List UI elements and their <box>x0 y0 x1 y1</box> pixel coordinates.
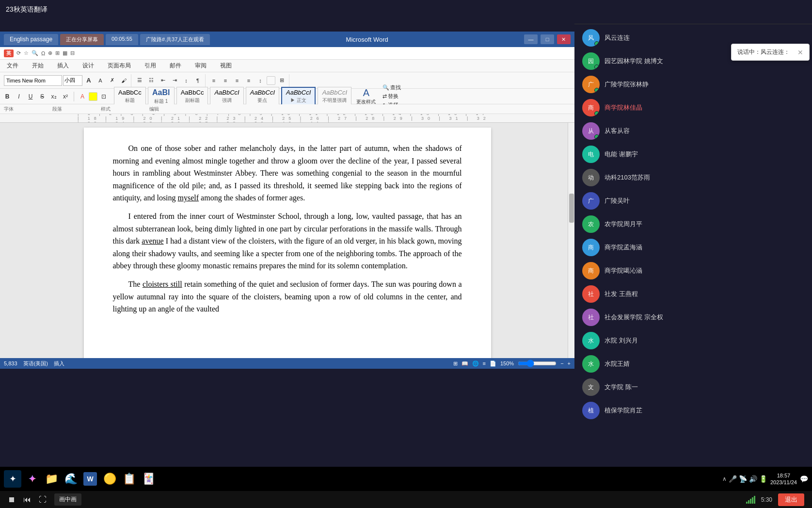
minimize-button[interactable]: — <box>524 34 538 44</box>
menu-review[interactable]: 审阅 <box>192 61 209 71</box>
highlight-button[interactable] <box>89 92 97 101</box>
tray-expand[interactable]: ∧ <box>722 475 727 482</box>
member-avatar: 商 <box>582 262 600 279</box>
shrink-font-button[interactable]: A <box>95 75 106 86</box>
picture-in-picture-button[interactable]: 画中画 <box>54 493 81 506</box>
menu-view[interactable]: 视图 <box>217 61 235 71</box>
signal-bar-2 <box>748 500 749 504</box>
member-item[interactable]: 动动科2103范苏雨 <box>574 166 812 189</box>
style-subtitle[interactable]: AaBbCc 副标题 <box>176 87 208 106</box>
page-view-icon[interactable]: ⊞ <box>453 361 458 367</box>
replace-button[interactable]: ⇄替换 <box>382 93 401 100</box>
find-button[interactable]: 🔍查找 <box>382 84 401 91</box>
tray-battery[interactable]: 🔋 <box>759 475 767 483</box>
taskbar-app7[interactable]: 🃏 <box>140 470 157 488</box>
font-size-input[interactable] <box>63 75 82 86</box>
status-bar: 5,833 英语(美国) 插入 ⊞ 📖 🌐 ≡ 📄 150% − + <box>0 358 574 369</box>
italic-button[interactable]: I <box>14 91 24 102</box>
grow-font-button[interactable]: A <box>83 75 94 86</box>
tab-timer[interactable]: 00:05:55 <box>106 34 138 45</box>
underline-button[interactable]: U <box>25 91 36 102</box>
language-indicator: 英语(美国) <box>23 360 48 367</box>
taskbar-copilot[interactable]: ✦ <box>23 470 41 488</box>
style-heading1[interactable]: AaBl 标题 1 <box>148 87 175 106</box>
change-style-button[interactable]: A 更改样式 <box>356 87 376 105</box>
member-item[interactable]: 水水院王婧 <box>574 352 812 376</box>
member-item[interactable]: 社社发 王燕程 <box>574 282 812 306</box>
taskbar-edge[interactable]: 🌊 <box>62 470 80 488</box>
outline-view-icon[interactable]: ≡ <box>483 361 486 366</box>
notification-close[interactable]: ✕ <box>797 49 803 56</box>
status-left: 5,833 英语(美国) 插入 <box>4 360 64 367</box>
taskbar-word[interactable]: W <box>81 470 99 488</box>
member-item[interactable]: 广广陵学院张林静 <box>574 73 812 96</box>
taskbar-datetime[interactable]: 18:57 2023/11/24 <box>770 472 797 486</box>
member-item[interactable]: 商商学院噶沁涵 <box>574 259 812 282</box>
zoom-in-icon[interactable]: + <box>568 361 571 366</box>
document-scroll-area[interactable]: On one of those sober and rather melanch… <box>0 123 574 358</box>
menu-start[interactable]: 开始 <box>29 61 47 71</box>
taskbar-chrome[interactable]: 🟡 <box>101 470 118 488</box>
paragraph-2: I entered from the inner court of Westmi… <box>113 210 462 272</box>
vertical-scrollbar[interactable] <box>568 123 574 358</box>
menu-file[interactable]: 文件 <box>4 61 21 71</box>
scrollbar-thumb[interactable] <box>569 194 574 223</box>
start-menu[interactable]: ✦ <box>4 470 21 488</box>
read-view-icon[interactable]: 📖 <box>462 361 468 367</box>
member-item[interactable]: 广广陵吴叶 <box>574 189 812 213</box>
superscript-button[interactable]: x² <box>60 91 71 102</box>
tab-viewers[interactable]: 广陵路#.共37人正在观看 <box>140 34 210 45</box>
member-item[interactable]: 从从客从容 <box>574 119 812 143</box>
draft-view-icon[interactable]: 📄 <box>490 361 496 367</box>
member-item[interactable]: 商商学院孟海涵 <box>574 236 812 259</box>
menu-references[interactable]: 引用 <box>142 61 159 71</box>
taskbar-notes[interactable]: 📋 <box>120 470 138 488</box>
menu-design[interactable]: 设计 <box>80 61 97 71</box>
tray-mic[interactable]: 🎤 <box>729 475 737 483</box>
member-item[interactable]: 农农学院周月平 <box>574 213 812 236</box>
menu-mailings[interactable]: 邮件 <box>167 61 184 71</box>
signal-bar-5 <box>754 496 755 504</box>
font-name-input[interactable] <box>4 75 62 86</box>
font-color-button[interactable]: A <box>77 91 88 102</box>
bottom-time: 5:30 <box>761 496 772 503</box>
member-item[interactable]: 社社会发展学院 宗全权 <box>574 306 812 329</box>
style-heading[interactable]: AaBbCc 标题 <box>114 87 146 106</box>
web-view-icon[interactable]: 🌐 <box>472 361 479 367</box>
style-normal[interactable]: AaBbCcI ▶ 正文 <box>281 87 316 106</box>
tray-notification[interactable]: 💬 <box>800 475 808 483</box>
tab-english-passage[interactable]: English passage <box>4 34 58 45</box>
bold-button[interactable]: B <box>2 91 13 102</box>
style-subtle-emphasis[interactable]: AaBbCcI 不明显强调 <box>318 87 351 106</box>
menu-layout[interactable]: 页面布局 <box>105 61 134 71</box>
tab-sharing[interactable]: 正在分享屏幕 <box>60 34 104 45</box>
member-item[interactable]: 文文学院 陈一 <box>574 376 812 399</box>
strikethrough-button[interactable]: S <box>37 91 48 102</box>
exit-button[interactable]: 退出 <box>778 493 804 506</box>
style-emphasis[interactable]: AaBbCcI 强调 <box>210 87 243 106</box>
member-item[interactable]: 电电能 谢鹏宇 <box>574 143 812 166</box>
zoom-out-icon[interactable]: − <box>560 361 563 366</box>
member-name: 从客从容 <box>605 127 630 135</box>
close-button[interactable]: ✕ <box>557 34 571 44</box>
subscript-button[interactable]: x₂ <box>48 91 59 102</box>
tray-network[interactable]: 📡 <box>739 475 747 483</box>
member-item[interactable]: 商商学院林佳晶 <box>574 96 812 119</box>
shading-button[interactable] <box>267 76 275 85</box>
notification-popup: 说话中：风云连连： ✕ <box>731 44 810 61</box>
text-align2-button[interactable]: ⊡ <box>98 91 109 102</box>
bottom-fullscreen-icon[interactable]: ⛶ <box>39 495 47 504</box>
member-item[interactable]: 水水院 刘兴月 <box>574 329 812 352</box>
taskbar-explorer[interactable]: 📁 <box>43 470 60 488</box>
member-name: 电能 谢鹏宇 <box>605 150 638 159</box>
member-avatar: 文 <box>582 378 600 396</box>
tray-volume[interactable]: 🔊 <box>749 475 757 483</box>
document-page[interactable]: On one of those sober and rather melanch… <box>84 128 491 358</box>
bottom-stop-icon[interactable]: ⏹ <box>8 495 16 504</box>
style-key-point[interactable]: AaBbCcI 要点 <box>246 87 279 106</box>
member-item[interactable]: 植植保学院肖芷 <box>574 399 812 422</box>
bottom-prev-icon[interactable]: ⏮ <box>23 495 31 504</box>
menu-insert[interactable]: 插入 <box>54 61 72 71</box>
maximize-button[interactable]: □ <box>541 34 554 44</box>
zoom-slider[interactable] <box>518 360 557 367</box>
